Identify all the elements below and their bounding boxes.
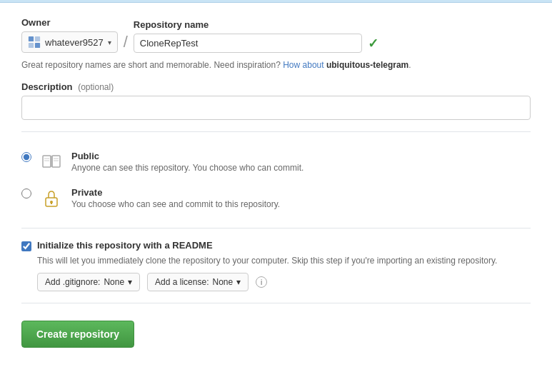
hint-suffix: .	[408, 60, 411, 70]
public-text-col: Public Anyone can see this repository. Y…	[71, 151, 531, 173]
init-section: Initialize this repository with a README…	[21, 240, 531, 291]
gitignore-value: None	[104, 277, 124, 287]
repo-name-valid-icon: ✓	[368, 36, 378, 51]
repo-name-label: Repository name	[134, 19, 378, 30]
repo-name-input-wrapper: ✓	[134, 34, 378, 53]
init-label: Initialize this repository with a README	[37, 240, 213, 251]
repo-name-hint: Great repository names are short and mem…	[21, 60, 531, 70]
public-desc: Anyone can see this repository. You choo…	[71, 163, 531, 173]
license-arrow: ▾	[236, 277, 241, 287]
private-option: Private You choose who can see and commi…	[21, 180, 531, 216]
svg-rect-4	[43, 156, 51, 167]
description-optional: (optional)	[78, 82, 114, 92]
owner-field-group: Owner whatever9527 ▾	[21, 17, 118, 53]
lock-icon	[43, 189, 60, 208]
svg-rect-0	[29, 36, 34, 41]
gitignore-label: Add .gitignore:	[45, 277, 100, 287]
create-repository-button[interactable]: Create repository	[21, 321, 134, 348]
owner-label: Owner	[21, 17, 118, 28]
separator: /	[124, 33, 128, 53]
private-radio-col	[21, 187, 31, 201]
owner-dropdown[interactable]: whatever9527 ▾	[21, 31, 118, 53]
visibility-section: Public Anyone can see this repository. Y…	[21, 144, 531, 216]
owner-avatar-icon	[28, 36, 41, 49]
owner-value: whatever9527	[45, 37, 104, 48]
hint-prefix: Great repository names are short and mem…	[21, 60, 281, 70]
divider-3	[21, 303, 531, 303]
public-label: Public	[71, 151, 531, 161]
public-option: Public Anyone can see this repository. Y…	[21, 144, 531, 180]
public-book-icon	[41, 152, 61, 172]
private-label: Private	[71, 187, 531, 198]
init-checkbox[interactable]	[21, 241, 31, 251]
owner-repo-row: Owner whatever9527 ▾ / Repository name ✓	[21, 17, 531, 53]
info-icon[interactable]: i	[256, 276, 267, 288]
svg-rect-3	[35, 43, 40, 48]
description-section: Description (optional)	[21, 81, 531, 120]
gitignore-dropdown[interactable]: Add .gitignore: None ▾	[37, 273, 140, 291]
repo-name-input[interactable]	[134, 34, 362, 53]
owner-dropdown-arrow: ▾	[108, 39, 111, 46]
license-value: None	[212, 277, 233, 287]
divider-1	[21, 131, 531, 132]
svg-rect-14	[51, 202, 52, 204]
svg-rect-1	[35, 36, 40, 41]
description-label: Description (optional)	[21, 81, 531, 92]
public-radio[interactable]	[21, 152, 31, 162]
suggestion-text: ubiquitous-telegram	[326, 60, 408, 70]
private-desc: You choose who can see and commit to thi…	[71, 199, 531, 209]
init-desc: This will let you immediately clone the …	[37, 256, 531, 266]
init-row: Initialize this repository with a README	[21, 240, 531, 251]
extras-row: Add .gitignore: None ▾ Add a license: No…	[37, 273, 531, 291]
private-radio[interactable]	[21, 189, 31, 198]
description-input[interactable]	[21, 96, 531, 120]
inspiration-link[interactable]: How about	[283, 60, 323, 70]
svg-rect-2	[29, 43, 34, 48]
public-icon-col	[40, 151, 63, 172]
description-label-text: Description	[21, 81, 73, 92]
main-container: Owner whatever9527 ▾ / Repository name ✓	[0, 3, 552, 369]
public-radio-col	[21, 151, 31, 164]
svg-rect-5	[52, 156, 60, 167]
license-dropdown[interactable]: Add a license: None ▾	[147, 273, 249, 291]
gitignore-arrow: ▾	[128, 277, 132, 287]
private-text-col: Private You choose who can see and commi…	[71, 187, 531, 209]
private-icon-col	[40, 187, 63, 208]
divider-2	[21, 228, 531, 228]
repo-name-field-group: Repository name ✓	[134, 19, 378, 53]
license-label: Add a license:	[155, 277, 209, 287]
